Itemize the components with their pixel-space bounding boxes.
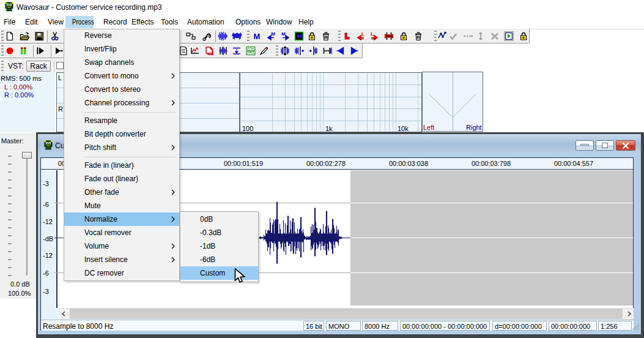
- svg-text:L: L: [371, 31, 374, 37]
